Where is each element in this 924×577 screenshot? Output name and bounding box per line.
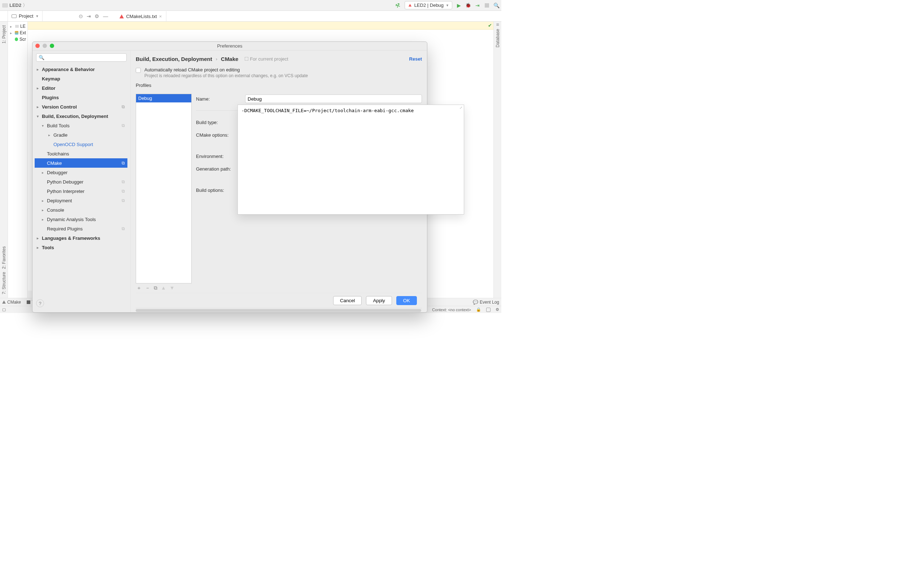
event-log-icon: 💬 [473, 300, 478, 305]
chevron-down-icon: ▼ [36, 15, 39, 18]
preferences-dialog: Preferences 🔍 ▸Appearance & Behavior Key… [32, 42, 427, 313]
run-config-dropdown[interactable]: LED2 | Debug ▼ [405, 1, 452, 10]
preferences-search[interactable]: 🔍 [36, 53, 127, 62]
database-strip[interactable]: Database [495, 27, 500, 49]
notification-banner[interactable]: ✔ [28, 22, 493, 29]
down-icon[interactable]: ▼ [170, 285, 175, 292]
tree-appearance[interactable]: ▸Appearance & Behavior [35, 64, 128, 74]
tree-openocd[interactable]: OpenOCD Support [35, 140, 128, 149]
tree-console[interactable]: ▸Console [35, 205, 128, 214]
event-log[interactable]: 💬Event Log [473, 300, 499, 305]
name-input[interactable] [245, 95, 422, 103]
tree-label: Scr [19, 37, 26, 42]
copy-icon: ⧉ [122, 104, 128, 109]
tree-label: LE [20, 24, 26, 29]
tree-required-plugins[interactable]: Required Plugins⧉ [35, 224, 128, 233]
editor-tab-bar: CMakeLists.txt × [115, 11, 166, 21]
tree-analysis[interactable]: ▸Dynamic Analysis Tools [35, 214, 128, 224]
tree-bed[interactable]: ▾Build, Execution, Deployment [35, 111, 128, 121]
tree-item[interactable]: ▸Ext [8, 29, 27, 36]
stop-icon[interactable] [484, 3, 490, 8]
folder-icon [2, 3, 8, 8]
add-icon[interactable]: ＋ [136, 285, 142, 292]
copy-icon: ⧉ [122, 123, 128, 128]
run-icon[interactable] [456, 3, 462, 8]
project-strip[interactable]: 1: Project [2, 24, 6, 45]
remove-icon[interactable]: － [145, 285, 150, 292]
breadcrumb-project: LED2 [10, 3, 21, 8]
window-zoom-icon[interactable] [50, 44, 54, 48]
window-close-icon[interactable] [36, 44, 40, 48]
profiles-toolbar: ＋ － ⧉ ▲ ▼ [136, 284, 192, 293]
dialog-titlebar[interactable]: Preferences [32, 42, 427, 50]
folder-icon [15, 25, 19, 28]
tree-python-interp[interactable]: Python Interpreter⧉ [35, 187, 128, 196]
apply-button[interactable]: Apply [366, 296, 392, 305]
tree-python-debugger[interactable]: Python Debugger⧉ [35, 177, 128, 187]
locate-icon[interactable]: ⊙ [79, 13, 83, 19]
breadcrumb[interactable]: LED2 〉 [2, 2, 27, 9]
debug-icon[interactable] [465, 3, 471, 8]
copy-icon: ⧉ [122, 189, 128, 193]
tree-tools[interactable]: ▸Tools [35, 243, 128, 252]
auto-reload-checkbox[interactable] [136, 68, 141, 73]
collapse-icon[interactable]: ⤢ [459, 106, 462, 110]
editor-tab-filename: CMakeLists.txt [126, 14, 157, 19]
copy-icon: ⧉ [122, 198, 128, 203]
status-left-icon[interactable]: ▢ [2, 307, 6, 312]
horizontal-scrollbar[interactable] [136, 308, 422, 312]
gear-icon[interactable]: ⚙ [95, 13, 99, 19]
chevron-right-icon: 〉 [23, 2, 27, 9]
cmake-options-label: CMake options: [196, 132, 239, 138]
search-input[interactable] [47, 55, 124, 60]
cancel-button[interactable]: Cancel [333, 296, 362, 305]
tree-deployment[interactable]: ▸Deployment⧉ [35, 196, 128, 205]
editor-tab[interactable]: CMakeLists.txt × [115, 11, 166, 21]
cmake-options-input[interactable] [238, 105, 464, 116]
context-indicator[interactable]: Context: <no context> [432, 308, 471, 312]
tree-lang[interactable]: ▸Languages & Frameworks [35, 233, 128, 243]
window-minimize-icon [43, 44, 47, 48]
preferences-sidebar: 🔍 ▸Appearance & Behavior Keymap ▸Editor … [32, 50, 131, 312]
mem-indicator-icon[interactable]: ⚙ [496, 307, 499, 312]
scratches-icon [15, 37, 18, 41]
inspections-ok-icon[interactable]: ✔ [488, 23, 492, 28]
tree-keymap[interactable]: Keymap [35, 74, 128, 83]
project-tree[interactable]: ▸LE ▸Ext Scr [8, 22, 28, 298]
up-icon[interactable]: ▲ [161, 285, 166, 292]
tree-vcs[interactable]: ▸Version Control⧉ [35, 102, 128, 111]
search-everywhere-icon[interactable] [493, 3, 499, 8]
hide-icon[interactable]: — [103, 13, 108, 19]
profiles-list[interactable]: Debug [136, 94, 192, 284]
favorites-strip[interactable]: 2: Favorites [2, 245, 6, 271]
generation-path-label: Generation path: [196, 166, 239, 172]
inspection-profile-icon[interactable] [486, 308, 491, 312]
lib-icon [15, 31, 18, 35]
ok-button[interactable]: OK [396, 296, 417, 305]
tree-item[interactable]: Scr [8, 36, 27, 43]
tree-build-tools[interactable]: ▾Build Tools⧉ [35, 121, 128, 130]
collapse-icon[interactable]: ⇥ [87, 13, 91, 19]
build-icon[interactable]: ⚒ [394, 2, 402, 9]
copy-icon[interactable]: ⧉ [154, 285, 157, 292]
tree-plugins[interactable]: Plugins [35, 93, 128, 102]
readonly-icon[interactable] [476, 307, 481, 312]
project-view-dropdown[interactable]: Project ▼ [8, 11, 43, 21]
cmake-toolwindow[interactable]: CMake [2, 300, 21, 305]
database-icon[interactable] [496, 22, 499, 27]
structure-strip[interactable]: 7: Structure [2, 271, 6, 296]
run-with-coverage-icon[interactable] [475, 3, 480, 8]
cmake-options-expanded: ⤢ [237, 105, 464, 214]
tree-editor[interactable]: ▸Editor [35, 83, 128, 93]
reset-link[interactable]: Reset [409, 56, 422, 62]
tree-gradle[interactable]: ▸Gradle [35, 130, 128, 140]
help-icon[interactable]: ? [36, 299, 44, 307]
run-config-label: LED2 | Debug [414, 3, 444, 8]
tree-toolchains[interactable]: Toolchains [35, 149, 128, 158]
tree-debugger[interactable]: ▸Debugger [35, 168, 128, 177]
tree-item[interactable]: ▸LE [8, 23, 27, 29]
tree-cmake[interactable]: CMake⧉ [35, 158, 128, 168]
crumb-section[interactable]: Build, Execution, Deployment [136, 56, 212, 62]
profile-item[interactable]: Debug [136, 94, 191, 102]
close-tab-icon[interactable]: × [159, 14, 162, 19]
